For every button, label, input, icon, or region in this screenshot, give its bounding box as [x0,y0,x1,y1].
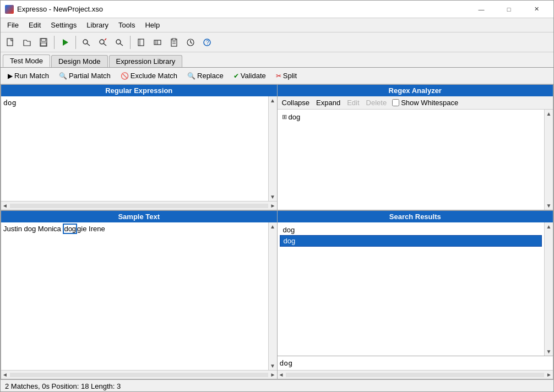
run-button[interactable] [57,35,73,50]
tree-item-label: dog [289,113,301,121]
svg-rect-3 [41,43,46,46]
svg-line-11 [120,43,123,46]
search-results-vscroll[interactable]: ▲ ▼ [544,222,553,356]
validate-icon: ✔ [233,72,239,80]
titlebar-left: Expresso - NewProject.xso [5,5,103,14]
help-button[interactable]: ? [199,35,215,50]
menu-tools[interactable]: Tools [114,20,139,30]
analyzer-content[interactable]: ⊞ dog [278,110,545,210]
regex-hscroll: ◄ ► [1,201,277,210]
sample-text-highlight: dog [63,224,77,234]
regex-content[interactable]: dog [1,96,268,201]
tree-expand-icon[interactable]: ⊞ [282,113,287,121]
show-whitespace-label: Show Whitespace [401,99,458,107]
exclude-match-icon: 🚫 [121,72,129,80]
regex-scroll-up[interactable]: ▲ [270,97,275,104]
sample-hscroll-right[interactable]: ► [270,372,276,378]
partial-match-button[interactable]: 🔍 Partial Match [55,70,115,81]
menu-help[interactable]: Help [140,20,164,30]
titlebar-controls: — □ ✕ [469,2,549,17]
minimize-button[interactable]: — [469,2,494,17]
search-input-area [278,356,553,370]
svg-point-7 [100,40,104,44]
validate-button[interactable]: ✔ Validate [230,70,270,81]
menu-library[interactable]: Library [82,20,113,30]
svg-line-6 [87,43,90,46]
edit-button[interactable]: Edit [346,98,360,107]
show-whitespace-container: Show Whitespace [392,99,458,107]
partial-match-icon: 🔍 [59,72,67,80]
svg-rect-18 [172,39,176,40]
tool1-button[interactable] [150,35,165,50]
close-button[interactable]: ✕ [524,2,549,17]
new-button[interactable] [3,35,18,50]
search-results-content[interactable]: dog dog [278,222,545,356]
statusbar: 2 Matches, 0s Position: 18 Length: 3 [1,379,553,392]
titlebar: Expresso - NewProject.xso — □ ✕ [1,1,553,18]
analyzer-scroll-up[interactable]: ▲ [546,111,552,117]
analyzer-vscroll[interactable]: ▲ ▼ [544,110,553,210]
menu-file[interactable]: File [3,20,23,30]
regex-panel: Regular Expression dog ▲ ▼ ◄ ► [1,84,278,210]
search-hscroll-right[interactable]: ► [546,372,552,378]
result-item-1[interactable]: dog [280,225,542,235]
search-hscroll-track[interactable] [286,373,544,377]
search-hscroll-left[interactable]: ◄ [279,372,284,378]
collapse-button[interactable]: Collapse [281,98,311,107]
result-item-2[interactable]: dog [280,235,542,247]
toolbar: ? [1,32,553,52]
sample-hscroll-track[interactable] [10,373,268,377]
sample-hscroll-left[interactable]: ◄ [2,372,8,378]
menu-edit[interactable]: Edit [24,20,45,30]
show-whitespace-checkbox[interactable] [392,99,399,106]
regex-hscroll-right[interactable]: ► [270,203,276,209]
status-text: 2 Matches, 0s Position: 18 Length: 3 [5,382,121,390]
save-button[interactable] [36,35,51,50]
search2-button[interactable] [95,35,111,50]
exclude-match-button[interactable]: 🚫 Exclude Match [117,70,181,81]
regex-vscroll[interactable]: ▲ ▼ [268,96,277,201]
svg-line-9 [105,39,106,40]
search3-button[interactable] [112,35,127,50]
search1-button[interactable] [79,35,94,50]
sample-text-hscroll: ◄ ► [1,370,277,379]
clock-button[interactable] [183,35,198,50]
regex-hscroll-track[interactable] [10,204,268,208]
tab-test-mode[interactable]: Test Mode [3,55,50,67]
tree-item-dog[interactable]: ⊞ dog [280,112,542,122]
maximize-button[interactable]: □ [496,2,522,17]
toolbar-sep-3 [130,36,131,49]
replace-button[interactable]: 🔍 Replace [183,70,227,81]
split-button[interactable]: ✂ Split [272,70,301,81]
tab-expression-library[interactable]: Expression Library [109,55,183,67]
top-panels: Regular Expression dog ▲ ▼ ◄ ► Regex Ana… [1,84,553,211]
run-match-button[interactable]: ▶ Run Match [4,70,53,81]
search-scroll-down[interactable]: ▼ [546,349,552,355]
tab-design-mode[interactable]: Design Mode [51,55,108,67]
titlebar-title: Expresso - NewProject.xso [17,5,103,13]
sample-scroll-down[interactable]: ▼ [270,363,275,369]
action-toolbar: ▶ Run Match 🔍 Partial Match 🚫 Exclude Ma… [1,68,553,84]
sample-text-content[interactable]: Justin dog Monica doggie Irene [1,222,268,370]
sample-text-before: Justin dog Monica [3,225,63,233]
menu-settings[interactable]: Settings [46,20,81,30]
clipboard-button[interactable] [166,35,182,50]
svg-rect-2 [41,39,46,41]
svg-line-23 [191,42,192,43]
regex-hscroll-left[interactable]: ◄ [2,203,8,209]
split-icon: ✂ [276,72,281,80]
expand-button[interactable]: Expand [315,98,341,107]
sample-text-vscroll[interactable]: ▲ ▼ [268,222,277,370]
sample-scroll-up[interactable]: ▲ [270,224,275,230]
analyzer-scroll-down[interactable]: ▼ [546,203,552,209]
delete-button[interactable]: Delete [365,98,388,107]
analyzer-toolbar: Collapse Expand Edit Delete Show Whitesp… [278,96,553,110]
main-content: Regular Expression dog ▲ ▼ ◄ ► Regex Ana… [1,84,553,379]
open-button[interactable] [19,35,35,50]
search-scroll-up[interactable]: ▲ [546,224,552,230]
search-results-header: Search Results [278,211,553,222]
search-input[interactable] [280,359,551,367]
book-button[interactable] [133,35,149,50]
regex-scroll-down[interactable]: ▼ [270,194,275,200]
regex-panel-header: Regular Expression [1,85,277,96]
